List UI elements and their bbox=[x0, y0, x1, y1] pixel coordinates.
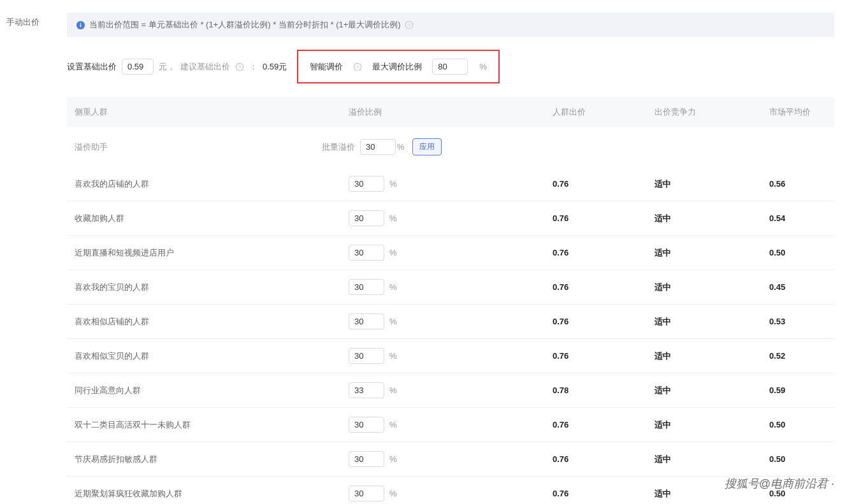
bid-value: 0.76 bbox=[553, 248, 655, 257]
percent-unit: % bbox=[389, 351, 397, 361]
percent-unit: % bbox=[389, 420, 397, 429]
audience-name: 喜欢我的店铺的人群 bbox=[75, 178, 349, 190]
audience-name: 喜欢相似店铺的人群 bbox=[75, 316, 349, 328]
base-bid-input[interactable] bbox=[122, 59, 154, 75]
market-avg-value: 0.50 bbox=[769, 248, 827, 257]
competitiveness-value: 适中 bbox=[655, 350, 769, 362]
table-row: 喜欢我的店铺的人群%0.76适中0.56 bbox=[67, 167, 834, 201]
svg-rect-2 bbox=[80, 22, 82, 24]
market-avg-value: 0.56 bbox=[769, 179, 827, 189]
audience-name: 近期聚划算疯狂收藏加购人群 bbox=[75, 488, 349, 500]
competitiveness-value: 适中 bbox=[655, 247, 769, 259]
suggest-bid-label: 建议基础出价 bbox=[180, 61, 230, 73]
svg-text:?: ? bbox=[238, 64, 242, 69]
premium-input[interactable] bbox=[349, 486, 384, 501]
market-avg-value: 0.52 bbox=[769, 351, 827, 361]
audience-name: 节庆易感折扣敏感人群 bbox=[75, 454, 349, 465]
audience-name: 喜欢相似宝贝的人群 bbox=[75, 350, 349, 362]
svg-text:?: ? bbox=[407, 22, 410, 28]
bid-value: 0.76 bbox=[553, 317, 655, 326]
table-row: 双十二类目高活双十一未购人群%0.76适中0.50 bbox=[67, 408, 834, 442]
smart-adjust-label: 智能调价 bbox=[310, 61, 343, 73]
percent-unit: % bbox=[389, 213, 397, 223]
percent-unit: % bbox=[397, 142, 405, 152]
percent-unit: % bbox=[389, 489, 397, 498]
audience-name: 收藏加购人群 bbox=[75, 213, 349, 224]
config-row: 设置基础出价 元， 建议基础出价 ? ： 0.59元 智能调价 ? 最大调价比例… bbox=[67, 50, 834, 83]
competitiveness-value: 适中 bbox=[655, 213, 769, 224]
percent-unit: % bbox=[389, 317, 397, 326]
th-comp: 出价竞争力 bbox=[655, 106, 769, 118]
max-adjust-input[interactable] bbox=[432, 59, 468, 75]
premium-input[interactable] bbox=[349, 279, 384, 295]
market-avg-value: 0.54 bbox=[769, 213, 827, 223]
premium-helper-label: 溢价助手 bbox=[75, 142, 108, 152]
batch-premium-input[interactable] bbox=[360, 139, 396, 155]
table-row: 收藏加购人群%0.76适中0.54 bbox=[67, 201, 834, 236]
table-row: 喜欢相似店铺的人群%0.76适中0.53 bbox=[67, 305, 834, 339]
table-header: 侧重人群 溢价比例 人群出价 出价竞争力 市场平均价 bbox=[67, 97, 834, 127]
competitiveness-value: 适中 bbox=[655, 419, 769, 431]
th-name: 侧重人群 bbox=[75, 106, 349, 118]
percent-unit: % bbox=[389, 179, 397, 189]
smart-adjust-highlight-box: 智能调价 ? 最大调价比例 % bbox=[297, 50, 500, 83]
market-avg-value: 0.50 bbox=[769, 420, 827, 429]
market-avg-value: 0.53 bbox=[769, 317, 827, 326]
premium-input[interactable] bbox=[349, 210, 384, 226]
bid-value: 0.76 bbox=[553, 420, 655, 429]
suggest-bid-value: 0.59元 bbox=[263, 61, 287, 73]
table-row: 喜欢我的宝贝的人群%0.76适中0.45 bbox=[67, 270, 834, 305]
table-row: 喜欢相似宝贝的人群%0.76适中0.52 bbox=[67, 339, 834, 373]
base-bid-label: 设置基础出价 bbox=[67, 61, 117, 73]
bid-value: 0.76 bbox=[553, 282, 655, 292]
bid-value: 0.78 bbox=[553, 385, 655, 395]
th-bid: 人群出价 bbox=[553, 106, 655, 118]
percent-unit: % bbox=[389, 248, 397, 257]
table-row: 近期直播和短视频进店用户%0.76适中0.50 bbox=[67, 236, 834, 270]
premium-input[interactable] bbox=[349, 451, 384, 467]
audience-name: 喜欢我的宝贝的人群 bbox=[75, 282, 349, 293]
competitiveness-value: 适中 bbox=[655, 282, 769, 293]
market-avg-value: 0.45 bbox=[769, 282, 827, 292]
competitiveness-value: 适中 bbox=[655, 385, 769, 396]
bid-value: 0.76 bbox=[553, 489, 655, 498]
bid-value: 0.76 bbox=[553, 179, 655, 189]
formula-text: 当前出价范围 = 单元基础出价 * (1+人群溢价比例) * 当前分时折扣 * … bbox=[89, 19, 401, 31]
competitiveness-value: 适中 bbox=[655, 178, 769, 190]
competitiveness-value: 适中 bbox=[655, 454, 769, 465]
info-icon bbox=[76, 20, 85, 30]
premium-helper-row: 溢价助手 批量溢价 % 应用 bbox=[67, 127, 834, 167]
premium-input[interactable] bbox=[349, 348, 384, 364]
bid-value: 0.76 bbox=[553, 351, 655, 361]
help-icon[interactable]: ? bbox=[353, 62, 362, 71]
max-adjust-label: 最大调价比例 bbox=[372, 61, 422, 73]
formula-bar: 当前出价范围 = 单元基础出价 * (1+人群溢价比例) * 当前分时折扣 * … bbox=[67, 13, 834, 37]
market-avg-value: 0.50 bbox=[769, 454, 827, 464]
market-avg-value: 0.50 bbox=[769, 489, 827, 498]
premium-input[interactable] bbox=[349, 245, 384, 261]
apply-button[interactable]: 应用 bbox=[412, 138, 442, 155]
svg-text:?: ? bbox=[356, 64, 359, 69]
help-icon[interactable]: ? bbox=[235, 62, 244, 71]
premium-input[interactable] bbox=[349, 417, 384, 433]
percent-unit: % bbox=[389, 282, 397, 292]
th-premium: 溢价比例 bbox=[349, 106, 553, 118]
table-row: 近期聚划算疯狂收藏加购人群%0.76适中0.50 bbox=[67, 477, 834, 504]
th-avg: 市场平均价 bbox=[769, 106, 827, 118]
premium-input[interactable] bbox=[349, 313, 384, 329]
percent-unit: % bbox=[389, 454, 397, 464]
manual-bid-section-label: 手动出价 bbox=[6, 13, 67, 504]
audience-table: 侧重人群 溢价比例 人群出价 出价竞争力 市场平均价 溢价助手 批量溢价 % 应… bbox=[67, 97, 834, 504]
svg-rect-1 bbox=[80, 24, 82, 27]
market-avg-value: 0.59 bbox=[769, 385, 827, 395]
audience-name: 双十二类目高活双十一未购人群 bbox=[75, 419, 349, 431]
table-row: 节庆易感折扣敏感人群%0.76适中0.50 bbox=[67, 442, 834, 477]
audience-name: 同行业高意向人群 bbox=[75, 385, 349, 396]
percent-unit: % bbox=[479, 62, 487, 71]
premium-input[interactable] bbox=[349, 176, 384, 192]
help-icon[interactable]: ? bbox=[405, 20, 414, 29]
premium-input[interactable] bbox=[349, 382, 384, 398]
audience-name: 近期直播和短视频进店用户 bbox=[75, 247, 349, 259]
batch-premium-label: 批量溢价 bbox=[322, 141, 355, 153]
bid-value: 0.76 bbox=[553, 454, 655, 464]
